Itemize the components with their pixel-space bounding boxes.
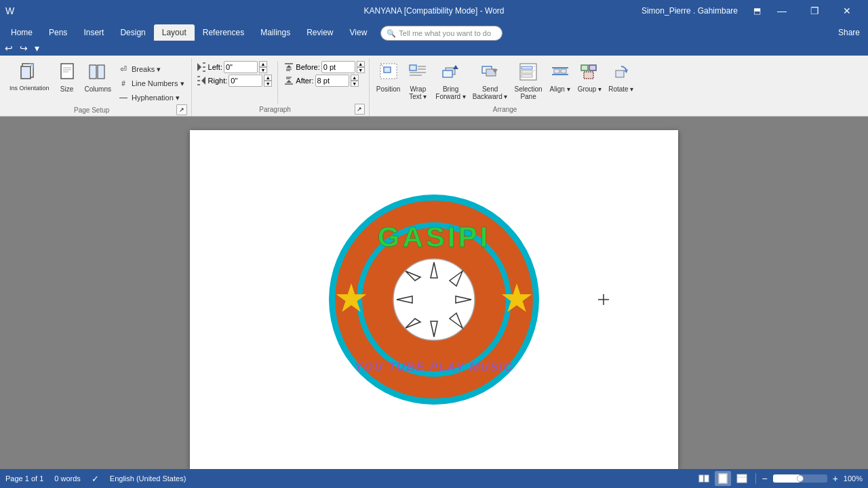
orientation-icon <box>18 62 40 84</box>
breaks-button[interactable]: ⏎ Breaks ▾ <box>115 62 187 76</box>
selection-pane-icon <box>517 62 539 84</box>
redo-button[interactable]: ↪ <box>18 41 30 55</box>
svg-rect-26 <box>384 67 391 73</box>
line-numbers-button[interactable]: # Line Numbers ▾ <box>115 77 187 90</box>
document-area[interactable]: ★ ★ GASIPI YOU TUBE PLAY MUSIC <box>0 117 868 469</box>
align-button[interactable]: Align ▾ <box>547 61 574 94</box>
svg-rect-73 <box>699 475 703 482</box>
tab-references[interactable]: References <box>195 24 252 41</box>
status-bar: Page 1 of 1 0 words ✓ English (United St… <box>0 469 868 488</box>
indent-right-down[interactable]: ▼ <box>264 81 272 87</box>
print-layout-button[interactable] <box>715 471 731 486</box>
tab-review[interactable]: Review <box>298 24 341 41</box>
word-count[interactable]: 0 words <box>54 474 81 483</box>
tab-home[interactable]: Home <box>3 24 41 41</box>
spacing-before-arrows: ▲ ▼ <box>357 61 365 73</box>
svg-rect-76 <box>737 474 747 483</box>
columns-button[interactable]: Columns <box>82 61 114 94</box>
indent-left-input[interactable] <box>224 61 258 73</box>
tab-view[interactable]: View <box>342 24 376 41</box>
web-layout-button[interactable] <box>734 471 750 486</box>
spacing-before-icon <box>283 62 294 73</box>
spacing-after-up[interactable]: ▲ <box>351 75 359 81</box>
spacing-before-down[interactable]: ▼ <box>357 67 365 73</box>
more-button[interactable]: ▾ <box>33 41 41 55</box>
quick-access-toolbar: ↩ ↪ ▾ <box>0 41 868 56</box>
title-bar-icons: W <box>5 5 14 16</box>
wrap-text-icon <box>407 62 429 84</box>
send-backward-label: SendBackward ▾ <box>473 85 508 100</box>
tab-layout[interactable]: Layout <box>154 24 195 41</box>
title-bar-title: KANYANA [Compatibility Mode] - Word <box>364 6 505 16</box>
indent-left-up[interactable]: ▲ <box>259 61 267 67</box>
wrap-text-label: WrapText ▾ <box>409 85 427 100</box>
spacing-before-row: Before: ▲ ▼ <box>283 61 364 73</box>
position-button[interactable]: Position <box>374 61 403 94</box>
hyphenation-button[interactable]: — Hyphenation ▾ <box>115 91 187 104</box>
indent-group: Left: ▲ ▼ Right: ▲ ▼ <box>196 61 273 87</box>
indent-right-input[interactable] <box>229 75 262 87</box>
page-setup-expand[interactable]: ↗ <box>176 104 186 115</box>
svg-marker-13 <box>201 77 205 85</box>
undo-button[interactable]: ↩ <box>3 41 15 55</box>
size-label: Size <box>60 85 73 93</box>
close-button[interactable]: ✕ <box>831 0 863 22</box>
align-icon <box>549 62 571 84</box>
bring-forward-button[interactable]: BringForward ▾ <box>433 61 468 102</box>
share-button[interactable]: Share <box>830 24 868 41</box>
send-backward-button[interactable]: SendBackward ▾ <box>470 61 511 102</box>
paragraph-content: Left: ▲ ▼ Right: ▲ ▼ <box>196 60 365 104</box>
minimize-button[interactable]: — <box>766 0 797 22</box>
line-numbers-label: Line Numbers ▾ <box>132 79 184 88</box>
size-button[interactable]: Size <box>54 61 81 94</box>
page-info[interactable]: Page 1 of 1 <box>5 474 43 483</box>
group-icon <box>578 62 600 84</box>
position-label: Position <box>376 85 401 93</box>
tab-design[interactable]: Design <box>112 24 153 41</box>
svg-marker-23 <box>286 80 292 83</box>
orientation-button[interactable]: Ins Orientation <box>7 61 52 94</box>
selection-pane-button[interactable]: SelectionPane <box>511 61 545 102</box>
zoom-slider[interactable] <box>773 474 827 483</box>
indent-left-arrows: ▲ ▼ <box>259 61 267 73</box>
group-button[interactable]: Group ▾ <box>575 61 605 94</box>
search-placeholder: Tell me what you want to do <box>399 29 491 37</box>
ribbon-search[interactable]: 🔍 Tell me what you want to do <box>380 26 502 41</box>
indent-left-down[interactable]: ▼ <box>259 67 267 73</box>
tab-insert[interactable]: Insert <box>75 24 112 41</box>
zoom-in-button[interactable]: + <box>833 473 838 484</box>
wrap-text-button[interactable]: WrapText ▾ <box>404 61 431 102</box>
spacing-after-down[interactable]: ▼ <box>351 81 359 87</box>
spacing-before-up[interactable]: ▲ <box>357 61 365 67</box>
spacing-before-input[interactable] <box>321 61 355 73</box>
svg-text:★: ★ <box>334 276 369 320</box>
page-setup-label: Page Setup <box>7 106 176 115</box>
spacing-after-arrows: ▲ ▼ <box>351 75 359 87</box>
language[interactable]: English (United States) <box>110 474 186 483</box>
title-bar-user: Simon_Pierre . Gahimbare <box>642 6 738 16</box>
read-mode-button[interactable] <box>696 471 712 486</box>
indent-left-row: Left: ▲ ▼ <box>196 61 273 73</box>
spacing-before-label: Before: <box>296 63 319 71</box>
line-numbers-icon: # <box>118 78 129 89</box>
search-icon: 🔍 <box>387 29 396 38</box>
restore-button[interactable]: ❐ <box>799 0 830 22</box>
document-page[interactable]: ★ ★ GASIPI YOU TUBE PLAY MUSIC <box>190 130 678 469</box>
paragraph-expand[interactable]: ↗ <box>355 104 365 115</box>
indent-right-up[interactable]: ▲ <box>264 75 272 81</box>
spacing-after-input[interactable] <box>315 75 349 87</box>
zoom-out-button[interactable]: − <box>762 473 767 484</box>
rotate-button[interactable]: Rotate ▾ <box>606 61 636 94</box>
svg-rect-42 <box>521 75 532 77</box>
word-icon: W <box>5 5 14 16</box>
tab-pens[interactable]: Pens <box>41 24 75 41</box>
spell-check-icon[interactable]: ✓ <box>92 474 99 484</box>
svg-rect-46 <box>554 69 559 73</box>
cursor-indicator <box>597 293 610 310</box>
status-right: − + 100% <box>696 471 863 486</box>
indent-left-label: Left: <box>208 63 222 71</box>
tab-mailings[interactable]: Mailings <box>252 24 298 41</box>
ribbon-toggle-icon[interactable]: ⬒ <box>749 3 765 18</box>
hyphenation-label: Hyphenation ▾ <box>132 94 180 102</box>
svg-rect-75 <box>719 474 727 483</box>
